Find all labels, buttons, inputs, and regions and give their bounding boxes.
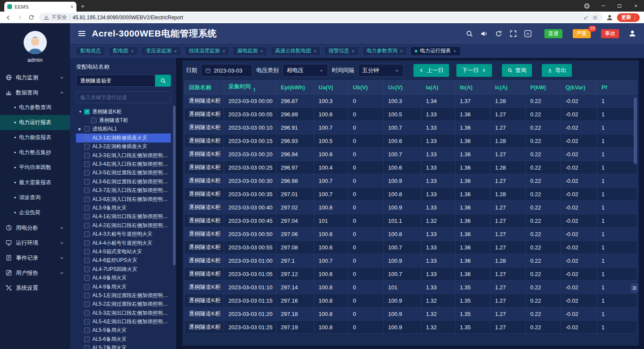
workspace-tab-1[interactable]: 配电图× [109,46,138,56]
tree-node[interactable]: AL5-5备用火灾 [76,326,171,335]
column-header[interactable]: Ic(A) [491,81,526,94]
tree-node[interactable]: AL5-2左洞过渡段右侧加强照明火灾 [76,300,171,309]
tree-checkbox[interactable] [84,223,90,228]
table-row[interactable]: 逐桐隧道K柜2023-03-03 00:25296.97100.40100.61… [185,161,637,174]
table-row[interactable]: 逐桐隧道K柜2023-03-03 00:55297.08100.60100.71… [185,241,637,254]
close-tab-icon[interactable]: × [260,49,263,54]
sidebar-item[interactable]: 数据查询 [0,85,70,100]
tree-node[interactable]: AL4-6监控UPS火灾 [76,256,171,265]
tree-node[interactable]: AL3-7左洞入口段左侧加强照明火灾 [76,186,171,195]
new-tab-button[interactable]: + [81,3,85,10]
header-user-icon[interactable] [629,30,636,37]
close-tab-icon[interactable]: × [174,49,176,54]
minimize-window-button[interactable] [595,0,611,12]
alarm-badge-accident[interactable]: 事故 [601,29,619,38]
table-row[interactable]: 逐桐隧道K柜2023-03-03 00:10296.91100.70100.71… [185,121,637,134]
table-row[interactable]: 逐桐隧道K柜2023-03-03 01:15297.16100.80100.91… [185,294,637,307]
tree-node[interactable]: AL3-8左洞入口段右侧加强照明火灾 [76,195,171,203]
tree-node[interactable]: AL3-9备用火灾 [76,203,171,212]
translate-icon[interactable]: A [524,30,532,37]
next-day-button[interactable]: 下一日 [456,64,492,77]
table-row[interactable]: 逐桐隧道K柜2023-03-03 00:35297.01100.70100.81… [185,188,637,201]
column-header[interactable]: Pf [597,81,637,94]
sidebar-subitem[interactable]: •电力参数查询 [0,100,70,115]
sidebar-subitem[interactable]: •电力整点集抄 [0,145,70,160]
tree-node[interactable]: ▶进线柜AL1 [76,125,171,134]
workspace-tab-7[interactable]: 电力参数查询× [362,46,407,56]
table-row[interactable]: 逐桐隧道K柜2023-03-03 00:30296.98100.70100.91… [185,174,637,188]
sync-icon[interactable] [495,30,502,37]
tree-checkbox[interactable] [84,197,90,202]
station-search-input[interactable] [76,75,155,87]
table-row[interactable]: 逐桐隧道K柜2023-03-03 00:40297.02100.80100.91… [185,201,637,214]
sidebar-subitem[interactable]: •谐波查询 [0,190,70,205]
close-window-button[interactable]: × [628,0,644,12]
sidebar-subitem[interactable]: •电力运行报表 [0,115,70,130]
tree-node[interactable]: AL4-4小桩号引道照明火灾 [76,239,171,247]
sidebar-subitem[interactable]: •最大需量报表 [0,175,70,190]
alarm-badge-normal[interactable]: 普通 [544,29,562,38]
tree-node[interactable]: AL5-1左洞过渡段左侧加强照明火灾 [76,291,171,300]
tree-filter-input[interactable] [76,91,171,103]
voltage-type-select[interactable]: 相电压 [283,64,328,77]
tree-node[interactable]: ▼✓逐桐隧道K柜 [76,107,171,116]
close-tab-icon[interactable]: × [70,4,73,10]
tree-checkbox[interactable] [84,319,90,325]
tree-checkbox[interactable] [84,135,90,141]
tree-node[interactable]: AL4-3大桩号引道照明火灾 [76,230,171,238]
table-row[interactable]: 逐桐隧道K柜2023-03-03 00:05296.89100.60100.51… [185,108,637,121]
tree-collapsed-icon[interactable]: ▶ [79,127,84,131]
tree-checkbox[interactable] [84,179,90,185]
table-row[interactable]: 逐桐隧道K柜2023-03-03 00:45297.041010101.11.3… [185,214,637,228]
column-header[interactable]: Epi(kWh) [276,81,314,94]
tree-node[interactable]: AL5-4左洞出口段右侧加强照明火灾 [76,317,171,326]
column-header[interactable]: Ub(V) [349,81,384,94]
tree-checkbox[interactable] [91,118,97,123]
sidebar-item[interactable]: 用户报告 [0,265,70,280]
query-button[interactable]: 查询 [502,64,532,77]
tree-checkbox[interactable] [84,258,90,263]
browser-tab[interactable]: EEMS × [4,2,76,12]
close-tab-icon[interactable]: × [222,49,225,54]
column-header[interactable]: Ua(V) [314,81,349,94]
tree-checkbox[interactable] [84,301,90,307]
tree-node[interactable]: AL3-4右洞入口段右侧加强照明火灾 [76,160,171,168]
address-bar[interactable]: 不安全 45.81.195.134:8090/3000WEBV2/Electri… [39,13,602,22]
tree-checkbox[interactable] [84,231,90,237]
interval-select[interactable]: 五分钟 [358,64,404,77]
close-tab-icon[interactable]: × [131,49,134,54]
table-settings-toggle[interactable] [631,284,638,292]
tree-node[interactable]: AL3-1右洞检修插座火灾 [76,134,171,142]
tree-node[interactable]: AL5-6备用火灾 [76,335,171,343]
tree-checkbox[interactable] [84,126,90,132]
browser-menu-dots-icon[interactable]: ⋮ [632,15,638,21]
tree-checkbox[interactable] [84,170,90,176]
search-icon[interactable] [466,30,473,37]
station-search-button[interactable] [155,75,171,87]
table-row[interactable]: 逐桐隧道K柜2023-03-03 01:05297.12100.60100.71… [185,267,637,281]
tree-checkbox[interactable] [84,161,90,167]
date-picker[interactable]: 2023-03-03 [201,64,252,77]
tree-scrollbar[interactable] [173,106,176,265]
tree-checkbox[interactable] [84,293,90,298]
table-row[interactable]: 逐桐隧道K柜2023-03-03 01:10297.14100.801011.3… [185,281,637,294]
tree-checkbox[interactable]: ✓ [84,109,90,115]
tree-checkbox[interactable] [84,214,90,219]
workspace-tab-0[interactable]: 配电状态 [76,46,105,56]
tree-node[interactable]: AL4-1右洞出口段左侧加强照明火灾 [76,212,171,221]
sidebar-item[interactable]: 用电分析 [0,220,70,235]
sidebar-item[interactable]: 事件记录 [0,250,70,265]
tree-expanded-icon[interactable]: ▼ [79,110,84,114]
tree-checkbox[interactable] [84,337,90,342]
refresh-button[interactable] [27,14,35,21]
column-header[interactable]: Ia(A) [422,81,456,94]
table-hscrollbar[interactable] [184,341,633,341]
tree-node[interactable]: 逐桐隧道T柜 [76,116,171,124]
workspace-tab-5[interactable]: 高速公路配电图× [271,46,321,56]
tree-checkbox[interactable] [84,205,90,211]
column-header[interactable]: P(kW) [526,81,561,94]
table-row[interactable]: 逐桐隧道K柜2023-03-03 01:20297.18100.80100.91… [185,307,637,321]
tree-checkbox[interactable] [84,275,90,281]
tree-checkbox[interactable] [84,249,90,255]
forward-button[interactable] [16,14,24,21]
